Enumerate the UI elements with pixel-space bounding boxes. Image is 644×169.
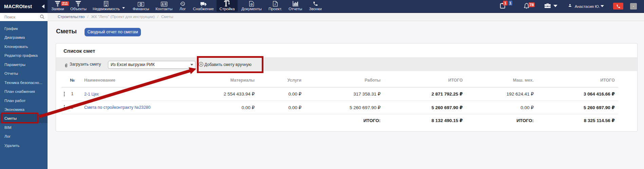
svg-text:ф: ф xyxy=(250,2,253,6)
svg-text:λ: λ xyxy=(274,2,276,6)
svg-text:1: 1 xyxy=(140,3,142,5)
